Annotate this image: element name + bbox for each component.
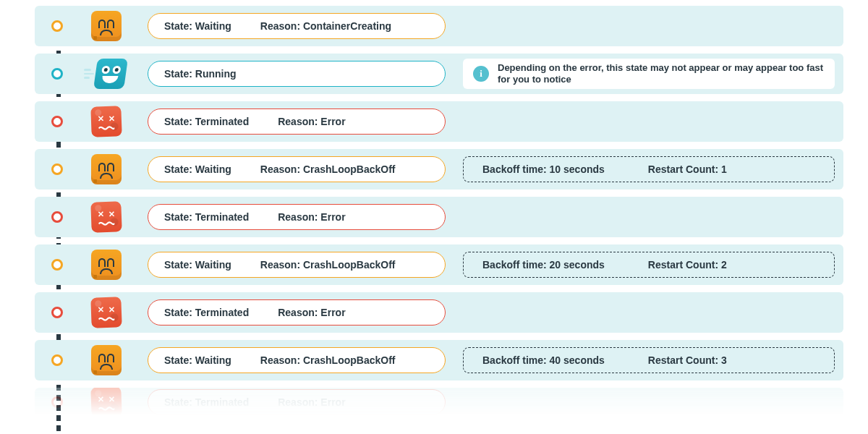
- timeline-node-icon: [51, 354, 63, 366]
- backoff-aside: Backoff time: 40 seconds Restart Count: …: [463, 347, 835, 373]
- state-row: ✕✕ State: Terminated Reason: Error: [35, 292, 843, 333]
- info-note: Depending on the error, this state may n…: [498, 62, 825, 86]
- happy-container-icon: [84, 59, 129, 89]
- state-pill: State: Waiting Reason: CrashLoopBackOff: [148, 252, 446, 278]
- state-label: State: Waiting: [164, 259, 231, 271]
- timeline-node-icon: [51, 396, 63, 408]
- state-label: State: Terminated: [164, 116, 249, 127]
- container-icon-cell: [84, 59, 129, 89]
- worried-container-icon: ▮▮: [91, 345, 122, 375]
- container-icon-cell: ✕✕: [84, 202, 129, 232]
- state-row: ▮▮ State: Waiting Reason: CrashLoopBackO…: [35, 244, 843, 285]
- container-icon-cell: ▮▮: [84, 11, 129, 41]
- reason-label: Reason: Error: [278, 116, 345, 127]
- dead-container-icon: ✕✕: [90, 201, 122, 232]
- state-pill: State: Terminated Reason: Error: [148, 389, 446, 415]
- timeline-node-icon: [51, 116, 63, 127]
- dead-container-icon: ✕✕: [90, 106, 122, 137]
- timeline-node-icon: [51, 211, 63, 223]
- state-row: ✕✕ State: Terminated Reason: Error: [35, 101, 843, 142]
- timeline-node-icon: [51, 163, 63, 175]
- state-label: State: Waiting: [164, 20, 231, 32]
- worried-container-icon: ▮▮: [91, 154, 122, 184]
- state-label: State: Running: [164, 68, 237, 80]
- info-aside: i Depending on the error, this state may…: [463, 59, 835, 89]
- state-pill: State: Running: [148, 61, 446, 87]
- state-label: State: Terminated: [164, 396, 249, 408]
- reason-label: Reason: Error: [278, 396, 345, 408]
- backoff-aside: Backoff time: 10 seconds Restart Count: …: [463, 156, 835, 182]
- reason-label: Reason: CrashLoopBackOff: [260, 163, 396, 175]
- container-icon-cell: ▮▮: [84, 345, 129, 375]
- container-icon-cell: ✕✕: [84, 106, 129, 137]
- state-row: ✕✕ State: Terminated Reason: Error: [35, 197, 843, 237]
- dead-container-icon: ✕✕: [90, 297, 122, 328]
- state-label: State: Terminated: [164, 211, 249, 223]
- state-pill: State: Waiting Reason: CrashLoopBackOff: [148, 347, 446, 373]
- backoff-label: Backoff time: 10 seconds: [482, 163, 605, 175]
- timeline-node-icon: [51, 259, 63, 271]
- container-icon-cell: ✕✕: [84, 387, 129, 417]
- dead-container-icon: ✕✕: [90, 386, 122, 417]
- worried-container-icon: ▮▮: [91, 250, 122, 280]
- container-icon-cell: ▮▮: [84, 250, 129, 280]
- timeline-node-icon: [51, 307, 63, 318]
- state-pill: State: Terminated Reason: Error: [148, 204, 446, 230]
- state-row: ▮▮ State: Waiting Reason: CrashLoopBackO…: [35, 149, 843, 190]
- state-row: ▮▮ State: Waiting Reason: CrashLoopBackO…: [35, 340, 843, 380]
- timeline-node-icon: [51, 20, 63, 32]
- container-icon-cell: ▮▮: [84, 154, 129, 184]
- timeline-node-icon: [51, 68, 63, 80]
- reason-label: Reason: Error: [278, 211, 345, 223]
- state-label: State: Waiting: [164, 354, 231, 366]
- container-icon-cell: ✕✕: [84, 297, 129, 328]
- reason-label: Reason: Error: [278, 307, 345, 318]
- state-pill: State: Terminated Reason: Error: [148, 109, 446, 135]
- state-pill: State: Terminated Reason: Error: [148, 299, 446, 326]
- state-row: State: Running i Depending on the error,…: [35, 54, 843, 94]
- reason-label: Reason: CrashLoopBackOff: [260, 259, 396, 271]
- backoff-aside: Backoff time: 20 seconds Restart Count: …: [463, 252, 835, 278]
- worried-container-icon: ▮▮: [91, 11, 122, 41]
- reason-label: Reason: CrashLoopBackOff: [260, 354, 396, 366]
- state-pill: State: Waiting Reason: CrashLoopBackOff: [148, 156, 446, 182]
- restart-count-label: Restart Count: 3: [648, 354, 727, 366]
- state-row: ▮▮ State: Waiting Reason: ContainerCreat…: [35, 6, 843, 46]
- state-label: State: Waiting: [164, 163, 231, 175]
- state-pill: State: Waiting Reason: ContainerCreating: [148, 13, 446, 39]
- reason-label: Reason: ContainerCreating: [260, 20, 391, 32]
- restart-count-label: Restart Count: 2: [648, 259, 727, 271]
- backoff-label: Backoff time: 20 seconds: [482, 259, 605, 271]
- state-row-faded: ✕✕ State: Terminated Reason: Error: [35, 388, 843, 417]
- backoff-label: Backoff time: 40 seconds: [482, 354, 605, 366]
- state-label: State: Terminated: [164, 307, 249, 318]
- timeline-rows: ▮▮ State: Waiting Reason: ContainerCreat…: [35, 6, 843, 417]
- restart-count-label: Restart Count: 1: [648, 163, 727, 175]
- info-icon: i: [473, 66, 489, 82]
